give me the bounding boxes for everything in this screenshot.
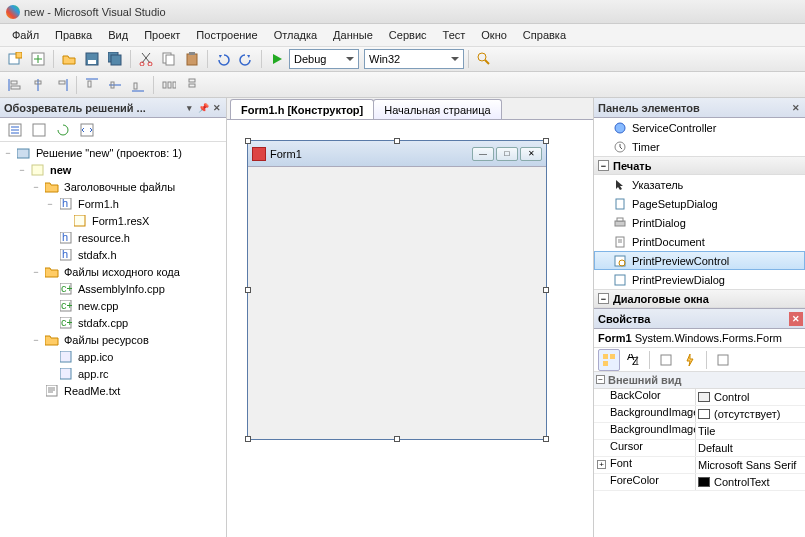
apprc-file[interactable]: app.rc [76,368,111,380]
newcpp-file[interactable]: new.cpp [76,300,120,312]
toolbox-item[interactable]: PrintDialog [594,213,805,232]
prop-row[interactable]: CursorDefault [594,440,805,457]
solution-root[interactable]: Решение "new" (проектов: 1) [34,147,184,159]
design-form[interactable]: Form1 — □ ✕ [247,140,547,440]
menu-project[interactable]: Проект [136,27,188,43]
resourceh-file[interactable]: resource.h [76,232,132,244]
toolbox-item[interactable]: ServiceController [594,118,805,137]
menu-test[interactable]: Тест [435,27,474,43]
align-right-button[interactable] [50,74,72,96]
tab-start-page[interactable]: Начальная страница [373,99,501,119]
open-button[interactable] [58,48,80,70]
sources-folder[interactable]: Файлы исходного кода [62,266,182,278]
project-node[interactable]: new [48,164,73,176]
close-icon[interactable]: ✕ [789,312,803,326]
prop-row[interactable]: BackgroundImageLayoutTile [594,423,805,440]
menu-view[interactable]: Вид [100,27,136,43]
solution-tree[interactable]: −Решение "new" (проектов: 1) −new −Загол… [0,142,226,537]
prop-value[interactable]: Tile [698,425,715,437]
readme-file[interactable]: ReadMe.txt [62,385,122,397]
form-body[interactable] [248,167,546,439]
alphabetical-button[interactable]: AZ [622,349,644,371]
categorized-button[interactable] [598,349,620,371]
menu-tools[interactable]: Сервис [381,27,435,43]
prop-value[interactable]: Microsoft Sans Serif [698,459,796,471]
prop-value[interactable]: Control [714,391,749,403]
find-button[interactable] [473,48,495,70]
form-designer[interactable]: Form1 — □ ✕ [227,120,593,537]
menu-file[interactable]: Файл [4,27,47,43]
toolbox-item[interactable]: Timer [594,137,805,156]
menu-data[interactable]: Данные [325,27,381,43]
menu-debug[interactable]: Отладка [266,27,325,43]
menu-window[interactable]: Окно [473,27,515,43]
resize-handle[interactable] [394,436,400,442]
toolbox-item-pointer[interactable]: Указатель [594,175,805,194]
menu-build[interactable]: Построение [188,27,265,43]
form1resx-file[interactable]: Form1.resX [90,215,151,227]
config-combo[interactable]: Debug [289,49,359,69]
prop-value[interactable]: (отсутствует) [714,408,780,420]
property-pages-button[interactable] [712,349,734,371]
resize-handle[interactable] [245,138,251,144]
property-grid[interactable]: −Внешний вид BackColorControl Background… [594,372,805,537]
resize-handle[interactable] [543,287,549,293]
prop-row[interactable]: BackgroundImage(отсутствует) [594,406,805,423]
prop-row[interactable]: BackColorControl [594,389,805,406]
form1h-file[interactable]: Form1.h [76,198,121,210]
undo-button[interactable] [212,48,234,70]
align-left-button[interactable] [4,74,26,96]
toolbox-item[interactable]: PageSetupDialog [594,194,805,213]
add-item-button[interactable] [27,48,49,70]
refresh-button[interactable] [52,119,74,141]
resize-handle[interactable] [394,138,400,144]
align-top-button[interactable] [81,74,103,96]
start-debug-button[interactable] [266,48,288,70]
save-all-button[interactable] [104,48,126,70]
headers-folder[interactable]: Заголовочные файлы [62,181,177,193]
stdafxh-file[interactable]: stdafx.h [76,249,119,261]
prop-row[interactable]: ForeColorControlText [594,474,805,491]
menu-edit[interactable]: Правка [47,27,100,43]
align-center-button[interactable] [27,74,49,96]
new-project-button[interactable] [4,48,26,70]
prop-value[interactable]: Default [698,442,733,454]
spacing-h-button[interactable] [158,74,180,96]
events-button[interactable] [679,349,701,371]
spacing-v-button[interactable] [181,74,203,96]
stdafxcpp-file[interactable]: stdafx.cpp [76,317,130,329]
platform-combo[interactable]: Win32 [364,49,464,69]
toolbox-item[interactable]: PrintDocument [594,232,805,251]
asminfo-file[interactable]: AssemblyInfo.cpp [76,283,167,295]
close-icon[interactable]: ✕ [210,101,224,115]
properties-button[interactable] [655,349,677,371]
align-bottom-button[interactable] [127,74,149,96]
toolbox-list[interactable]: ServiceController Timer −Печать Указател… [594,118,805,308]
menu-help[interactable]: Справка [515,27,574,43]
resources-folder[interactable]: Файлы ресурсов [62,334,151,346]
toolbox-group-print[interactable]: −Печать [594,156,805,175]
cut-button[interactable] [135,48,157,70]
view-code-button[interactable] [76,119,98,141]
prop-category[interactable]: −Внешний вид [594,372,805,389]
tab-form-designer[interactable]: Form1.h [Конструктор] [230,99,374,119]
show-all-button[interactable] [28,119,50,141]
properties-object[interactable]: Form1 System.Windows.Forms.Form [594,329,805,348]
pin-icon[interactable]: 📌 [196,101,210,115]
resize-handle[interactable] [245,287,251,293]
properties-button[interactable] [4,119,26,141]
save-button[interactable] [81,48,103,70]
resize-handle[interactable] [245,436,251,442]
resize-handle[interactable] [543,138,549,144]
align-middle-button[interactable] [104,74,126,96]
prop-value[interactable]: ControlText [714,476,770,488]
close-icon[interactable]: ✕ [789,101,803,115]
panel-dropdown-icon[interactable]: ▾ [182,101,196,115]
copy-button[interactable] [158,48,180,70]
resize-handle[interactable] [543,436,549,442]
prop-row[interactable]: +FontMicrosoft Sans Serif [594,457,805,474]
redo-button[interactable] [235,48,257,70]
toolbox-item[interactable]: PrintPreviewDialog [594,270,805,289]
appico-file[interactable]: app.ico [76,351,115,363]
paste-button[interactable] [181,48,203,70]
